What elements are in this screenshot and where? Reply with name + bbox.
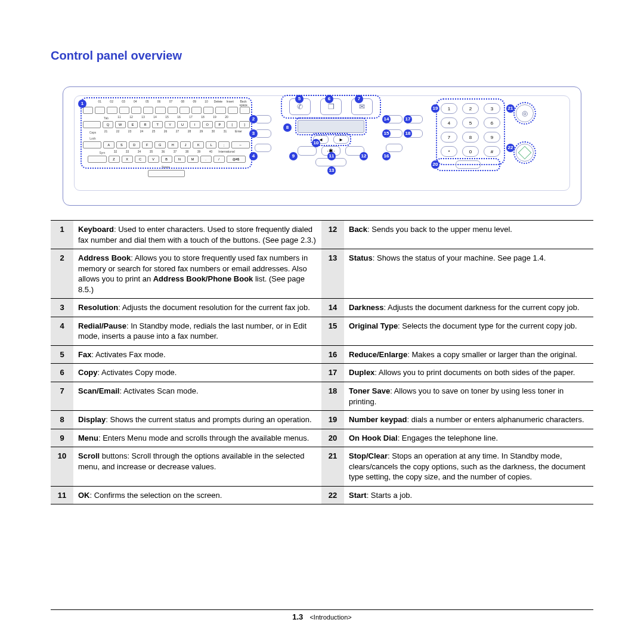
table-row: 7Scan/Email: Activates Scan mode.18Toner… — [51, 382, 593, 411]
menu-button — [298, 146, 317, 156]
callout-2: 2 — [249, 115, 258, 123]
legend-table: 1Keyboard: Used to enter characters. Use… — [51, 220, 593, 504]
key-caps — [83, 141, 101, 148]
fax-icon: ✆ — [297, 103, 303, 111]
copy-icon: ❐ — [328, 103, 335, 111]
callout-17: 17 — [404, 115, 412, 123]
callout-10: 10 — [312, 139, 320, 147]
stop-clear-button: ◎ — [516, 104, 534, 122]
key — [83, 107, 93, 114]
callout-3: 3 — [249, 129, 258, 138]
footer-section: <Introduction> — [309, 614, 351, 621]
stop-icon: ◎ — [522, 109, 528, 117]
table-row: 1Keyboard: Used to enter characters. Use… — [51, 221, 593, 249]
table-row: 3Resolution: Adjusts the document resolu… — [51, 299, 593, 317]
callout-22: 22 — [506, 144, 515, 152]
callout-8: 8 — [283, 123, 292, 132]
number-keypad: 123 456 789 *0# — [438, 101, 503, 163]
redial-pause-button — [255, 144, 271, 152]
callout-5: 5 — [295, 95, 304, 103]
callout-11: 11 — [327, 152, 336, 160]
table-row: 5Fax: Activates Fax mode.16Reduce/Enlarg… — [51, 345, 593, 364]
callout-1: 1 — [78, 100, 86, 108]
callout-20: 20 — [431, 160, 439, 169]
table-row: 8Display: Shows the current status and p… — [51, 411, 593, 429]
callout-14: 14 — [382, 115, 391, 123]
lcd-display — [298, 120, 364, 133]
table-row: 2Address Book: Allows you to store frequ… — [51, 249, 593, 299]
table-row: 11OK: Confirms the selection on the scre… — [51, 486, 593, 504]
start-button — [516, 144, 534, 162]
table-row: 6Copy: Activates Copy mode.17Duplex: All… — [51, 364, 593, 382]
reduce-enlarge-button — [386, 144, 402, 152]
key-sym — [88, 156, 107, 163]
callout-4: 4 — [249, 152, 258, 160]
callout-21: 21 — [506, 104, 515, 113]
table-row: 4Redial/Pause: In Standby mode, redials … — [51, 317, 593, 345]
page-footer: 1.3 <Introduction> — [51, 609, 593, 621]
callout-15: 15 — [382, 129, 391, 138]
callout-7: 7 — [355, 95, 363, 103]
on-hook-dial-button — [438, 160, 498, 169]
table-row: 9Menu: Enters Menu mode and scrolls thro… — [51, 429, 593, 447]
control-panel-diagram: 1 2 3 4 5 6 7 8 9 10 11 12 13 14 15 16 1… — [63, 86, 581, 206]
callout-19: 19 — [431, 104, 439, 113]
callout-16: 16 — [382, 152, 391, 160]
callout-18: 18 — [404, 129, 412, 138]
callout-9: 9 — [289, 152, 298, 160]
scroll-right-button: ► — [333, 135, 349, 144]
start-icon — [518, 146, 532, 160]
page-heading: Control panel overview — [51, 49, 593, 63]
key-space — [148, 170, 185, 177]
key-tab — [83, 121, 101, 128]
callout-12: 12 — [360, 152, 368, 160]
keyboard-group: 01020304050607080910DeleteInsertBack spa… — [83, 100, 250, 166]
callout-13: 13 — [327, 166, 336, 175]
callout-6: 6 — [325, 95, 333, 103]
scan-icon: ✉ — [359, 103, 365, 111]
table-row: 10Scroll buttons: Scroll through the opt… — [51, 447, 593, 487]
